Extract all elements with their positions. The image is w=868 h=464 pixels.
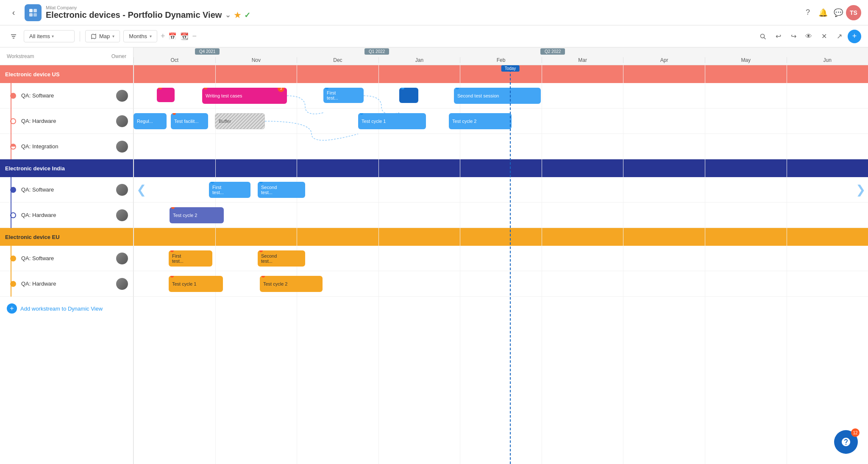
calendar-icon-1[interactable]: 📅 (168, 32, 177, 40)
group-row-eu[interactable]: Electronic device EU (0, 228, 133, 246)
title-group: Milat Company Electronic devices - Portf… (46, 5, 250, 20)
search-button[interactable] (756, 30, 770, 43)
today-line: Today (510, 65, 511, 464)
svg-rect-1 (33, 9, 37, 12)
calendar-icon-2[interactable]: 📆 (180, 32, 189, 40)
ws-name-us-integration: QA: Integration (21, 143, 116, 150)
filter-dropdown[interactable]: All items ▾ (24, 30, 75, 42)
toolbar-right-actions: ↩ ↪ 👁 ✕ ↗ + (756, 30, 861, 43)
task-label-eu-hw-test-cycle-1: Test cycle 1 (172, 281, 196, 286)
gantt-header: Q4 2021 Q1 2022 Q2 2022 Oct Nov Dec Jan … (134, 47, 868, 65)
add-workstream-row[interactable]: + Add workstream to Dynamic View (0, 297, 133, 320)
title-chevron[interactable]: ⌄ (225, 11, 231, 19)
task-label-regulatory: Regul... (137, 119, 153, 124)
ws-avatar-eu-software (116, 253, 128, 264)
task-bar-test-facility[interactable]: Test facilit... (171, 113, 208, 129)
eu-hardware-row[interactable]: QA: Hardware (0, 271, 133, 297)
india-hardware-row[interactable]: QA: Hardware (0, 203, 133, 228)
task-bar-us-hw-test-cycle-2[interactable]: Test cycle 2 (449, 113, 512, 129)
task-bar-us-sw-1[interactable] (157, 88, 175, 102)
india-software-row[interactable]: QA: Software (0, 177, 133, 203)
group-row-us[interactable]: Electronic device US (0, 65, 133, 83)
chat-button[interactable]: 12 (834, 430, 858, 454)
ws-name-us-software: QA: Software (21, 92, 116, 99)
back-button[interactable]: ‹ (7, 6, 20, 19)
quarter-q1-2022: Q1 2022 (364, 48, 389, 55)
help-button[interactable]: ? (800, 5, 815, 20)
left-panel: Workstream Owner Electronic device US QA… (0, 47, 134, 464)
quarter-q2-2022: Q2 2022 (540, 48, 565, 55)
task-bar-us-sw-first-test[interactable]: Firsttest... (323, 88, 364, 103)
task-bar-buffer[interactable]: Buffer (215, 113, 265, 129)
task-bar-writing-test-cases[interactable]: Writing test cases 3 (202, 88, 287, 104)
task-bar-india-hw-test-cycle-2[interactable]: Test cycle 2 (170, 207, 224, 223)
gantt-panel: Q4 2021 Q1 2022 Q2 2022 Oct Nov Dec Jan … (134, 47, 868, 464)
zoom-out-button[interactable]: − (192, 32, 197, 41)
toolbar-separator-1 (80, 31, 80, 42)
gantt-row-india-software: ❮ Firsttest... Secondtest... ❯ (134, 177, 868, 203)
task-count-3: 3 (278, 88, 284, 92)
settings-button[interactable]: ✕ (817, 30, 831, 43)
task-bar-us-hw-test-cycle-1[interactable]: Test cycle 1 (358, 113, 426, 129)
us-integration-row[interactable]: QA: Integration (0, 134, 133, 159)
ws-avatar-us-hardware (116, 115, 128, 127)
task-bar-second-test-session[interactable]: Second test session (454, 88, 541, 104)
favorite-icon[interactable]: ★ (234, 11, 241, 20)
toolbar: All items ▾ Map ▾ Months ▾ + 📅 📆 − ↩ ↪ 👁… (0, 25, 868, 47)
task-bar-eu-hw-test-cycle-1[interactable]: Test cycle 1 (169, 276, 223, 292)
ws-name-eu-software: QA: Software (21, 255, 116, 261)
task-bar-india-sw-first-test[interactable]: Firsttest... (209, 182, 250, 198)
task-bar-eu-sw-second-test[interactable]: Secondtest... (258, 250, 305, 267)
months-button[interactable]: Months ▾ (123, 30, 157, 42)
user-avatar[interactable]: TS (846, 5, 861, 20)
map-button[interactable]: Map ▾ (85, 30, 120, 42)
notifications-button[interactable]: 🔔 (815, 5, 831, 20)
nav-arrow-left[interactable]: ❮ (134, 177, 149, 203)
nav-arrow-right[interactable]: ❯ (853, 177, 868, 203)
main-content: Workstream Owner Electronic device US QA… (0, 47, 868, 464)
messages-button[interactable]: 💬 (831, 5, 846, 20)
redo-button[interactable]: ↪ (787, 30, 800, 43)
task-bar-regulatory[interactable]: Regul... (134, 113, 167, 129)
add-item-button[interactable]: + (161, 32, 165, 41)
gantt-group-us (134, 65, 868, 83)
gantt-row-eu-hardware: Test cycle 1 Test cycle 2 (134, 271, 868, 297)
task-bar-india-sw-second-test[interactable]: Secondtest... (258, 182, 305, 198)
month-jan: Jan (378, 57, 460, 63)
group-row-india[interactable]: Electronic device India (0, 159, 133, 177)
task-label-eu-hw-test-cycle-2: Test cycle 2 (263, 281, 287, 286)
group-label-india: Electronic device India (5, 165, 65, 172)
export-button[interactable]: ↗ (832, 30, 846, 43)
owner-header: Owner (111, 53, 126, 59)
ws-name-us-hardware: QA: Hardware (21, 118, 116, 124)
task-bar-eu-sw-first-test[interactable]: Firsttest... (169, 250, 212, 267)
us-software-row[interactable]: QA: Software (0, 83, 133, 108)
company-name: Milat Company (46, 5, 250, 10)
task-bar-us-sw-dark[interactable] (399, 88, 418, 103)
svg-rect-2 (29, 13, 33, 17)
task-label-us-sw-first-test: Firsttest... (327, 90, 338, 100)
us-hardware-row[interactable]: QA: Hardware (0, 108, 133, 134)
ws-name-india-software: QA: Software (21, 186, 116, 193)
gantt-row-eu-software: Firsttest... Secondtest... (134, 246, 868, 271)
gantt-body: Today (134, 65, 868, 464)
column-headers: Workstream Owner (0, 47, 133, 65)
months-label: Months (129, 33, 147, 39)
chat-icon (841, 437, 851, 447)
month-apr: Apr (623, 57, 705, 63)
undo-button[interactable]: ↩ (771, 30, 785, 43)
svg-line-8 (764, 37, 766, 39)
task-label-test-facility: Test facilit... (174, 119, 198, 124)
task-label-us-hw-test-cycle-1: Test cycle 1 (362, 119, 386, 124)
eu-software-row[interactable]: QA: Software (0, 246, 133, 271)
app-icon (25, 4, 42, 21)
month-dec: Dec (297, 57, 378, 63)
add-main-button[interactable]: + (848, 30, 861, 43)
ws-avatar-us-software (116, 90, 128, 102)
month-may: May (705, 57, 787, 63)
task-bar-eu-hw-test-cycle-2[interactable]: Test cycle 2 (260, 276, 323, 292)
task-label-india-sw-first-test: Firsttest... (212, 185, 224, 195)
view-button[interactable]: 👁 (802, 30, 815, 43)
filter-icon[interactable] (7, 30, 20, 43)
map-label: Map (99, 33, 110, 39)
